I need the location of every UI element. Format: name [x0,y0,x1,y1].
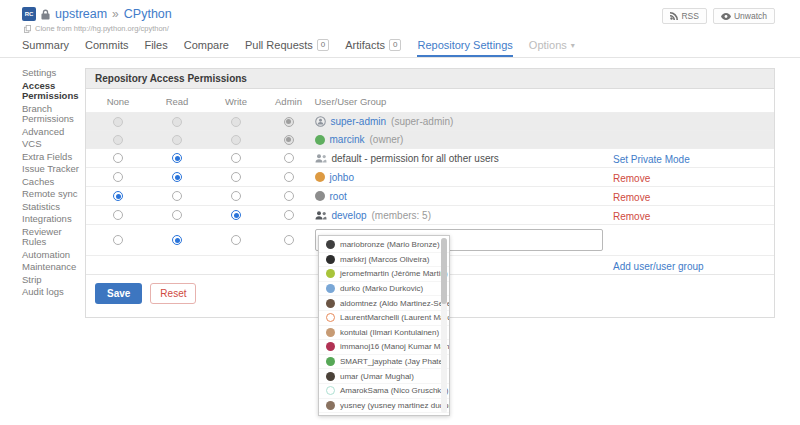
user-suffix: (super-admin) [391,116,453,127]
autocomplete-suggestion[interactable]: SMART_jayphate (Jay Phate) [319,355,449,370]
reset-button[interactable]: Reset [150,283,196,304]
autocomplete-suggestion[interactable]: markkrj (Marcos Oliveira) [319,253,449,268]
nav-tab[interactable]: Repository Settings [417,39,512,57]
sidebar-item[interactable]: Automation [22,250,85,261]
row-action-link[interactable]: Remove [613,192,650,203]
row-action-link[interactable]: Remove [613,173,650,184]
sidebar-item[interactable]: VCS [22,139,85,150]
sidebar-item[interactable]: Branch Permissions [22,104,85,125]
sidebar-item[interactable]: Issue Tracker [22,164,85,175]
permission-row: develop (members: 5) Remove [86,205,774,224]
row-action-link[interactable]: Add user/user group [613,261,704,272]
nav-tab[interactable]: Compare [184,39,229,57]
nav-badge: 0 [389,39,401,51]
main-area: Repository Access Permissions None Read … [85,68,775,318]
user-link[interactable]: root [330,191,347,202]
lock-icon [41,9,50,20]
radio-read[interactable] [172,210,182,220]
avatar [326,401,335,410]
autocomplete-suggestion[interactable]: kontulai (Ilmari Kontulainen) [319,326,449,341]
radio-write[interactable] [231,210,241,220]
nav-tab[interactable]: Options ▾ [529,39,575,57]
sidebar-item[interactable]: Access Permissions [22,81,85,102]
radio-read[interactable] [172,153,182,163]
sidebar-item[interactable]: Maintenance [22,262,85,273]
autocomplete-suggestion[interactable]: immanoj16 (Manoj Kumar Maharana) [319,340,449,355]
radio-read[interactable] [172,235,182,245]
radio-admin[interactable] [284,191,294,201]
radio-admin[interactable] [284,172,294,182]
row-action-link[interactable]: Set Private Mode [613,154,690,165]
nav-tab[interactable]: Summary [22,39,69,57]
radio-write[interactable] [231,153,241,163]
user-link[interactable]: super-admin [331,116,387,127]
chevron-down-icon: ▾ [571,41,575,50]
radio-none[interactable] [113,191,123,201]
autocomplete-suggestion[interactable]: umar (Umar Mughal) [319,369,449,384]
rss-button[interactable]: RSS [662,8,706,24]
breadcrumb-repo-link[interactable]: CPython [124,7,172,21]
radio-read[interactable] [172,172,182,182]
radio-admin[interactable] [284,235,294,245]
avatar [315,135,325,145]
app-logo-icon[interactable]: RC [22,7,36,21]
row-action-link[interactable]: Remove [613,211,650,222]
user-suffix: (owner) [370,134,404,145]
sidebar-item[interactable]: Statistics [22,202,85,213]
radio-write[interactable] [231,172,241,182]
clone-icon [24,25,31,33]
radio-none[interactable] [113,172,123,182]
radio-none [113,117,123,127]
radio-read[interactable] [172,191,182,201]
top-actions: RSS Unwatch [662,8,775,24]
permission-row: default - permission for all other users… [86,148,774,167]
radio-none[interactable] [113,210,123,220]
autocomplete-suggestion[interactable]: yusney (yusney martinez duque) [319,399,449,414]
col-admin: Admin [266,96,312,107]
sidebar-item[interactable]: Integrations [22,214,85,225]
radio-write [231,117,241,127]
sidebar-item[interactable]: Extra Fields [22,152,85,163]
sidebar-item[interactable]: Remote sync [22,189,85,200]
breadcrumb-separator: » [112,7,119,21]
sidebar-item[interactable]: Settings [22,68,85,79]
breadcrumb-group-link[interactable]: upstream [55,7,107,21]
autocomplete-suggestion[interactable]: jeromefmartin (Jérôme Martin) [319,267,449,282]
settings-sidebar: Settings Access Permissions Branch Permi… [22,68,85,300]
autocomplete-suggestion[interactable]: mariobronze (Mario Bronze) [319,238,449,253]
radio-write[interactable] [231,235,241,245]
user-group-icon [315,211,327,220]
radio-admin[interactable] [284,210,294,220]
radio-admin[interactable] [284,153,294,163]
sidebar-item[interactable]: Caches [22,177,85,188]
radio-write[interactable] [231,191,241,201]
radio-none[interactable] [113,235,123,245]
user-link[interactable]: johbo [330,172,354,183]
dropdown-scrollbar-thumb[interactable] [441,238,447,304]
avatar [326,299,335,308]
nav-tab[interactable]: Pull Requests 0 [245,39,329,57]
nav-tab[interactable]: Artifacts 0 [345,39,401,57]
nav-tab[interactable]: Commits [85,39,128,57]
avatar [326,372,335,381]
sidebar-item[interactable]: Advanced [22,127,85,138]
save-button[interactable]: Save [95,283,142,304]
sidebar-item[interactable]: Strip [22,275,85,286]
radio-admin [284,135,294,145]
avatar [326,313,335,322]
unwatch-button[interactable]: Unwatch [713,8,775,24]
user-link: default - permission for all other users [332,153,499,164]
avatar [326,386,335,395]
radio-read [172,135,182,145]
col-actions [613,96,774,107]
autocomplete-suggestion[interactable]: aldomtnez (Aldo Martinez-Selleras) [319,296,449,311]
sidebar-item[interactable]: Audit logs [22,287,85,298]
autocomplete-suggestion[interactable]: LaurentMarchelli (Laurent Marchelli) [319,311,449,326]
radio-none[interactable] [113,153,123,163]
autocomplete-suggestion[interactable]: AmarokSama (Nico Gruschke) [319,384,449,399]
nav-tab[interactable]: Files [144,39,167,57]
sidebar-item[interactable]: Reviewer Rules [22,227,85,248]
user-link[interactable]: marcink [330,134,365,145]
autocomplete-suggestion[interactable]: durko (Marko Durkovic) [319,282,449,297]
user-link[interactable]: develop [332,210,367,221]
